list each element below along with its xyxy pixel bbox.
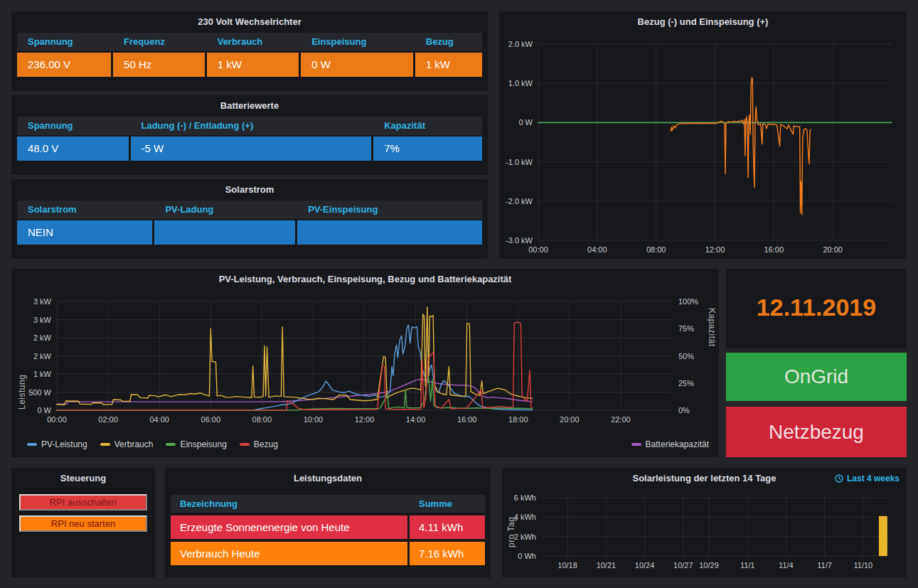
svg-text:0 W: 0 W [518,118,533,127]
label-sonnenenergie: Erzeugte Sonnenenergie von Heute [171,515,407,539]
svg-text:20:00: 20:00 [560,415,580,424]
table-header-row: Spannung Ladung (-) / Entladung (+) Kapa… [17,117,482,135]
svg-text:10/21: 10/21 [597,561,617,570]
panel-wechselrichter: 230 Volt Wechselrichter Spannung Frequen… [11,11,488,91]
legend-swatch-batteriekapazitaet-icon [631,443,641,446]
svg-text:0%: 0% [678,406,690,415]
pv-leistung-chart[interactable]: 00:0002:0004:0006:0008:0010:0012:0014:00… [11,290,719,432]
chart-legend: PV-Leistung Verbrauch Einspeisung Bezug … [27,439,709,449]
value-einspeisung: 0 W [301,53,413,77]
table-row-sonnenenergie: Erzeugte Sonnenenergie von Heute 4.11 kW… [171,515,485,539]
panel-solarstrom: Solarstrom Solarstrom PV-Ladung PV-Einsp… [11,179,488,259]
svg-text:10:00: 10:00 [304,415,324,424]
legend-swatch-bezug-icon [240,443,250,446]
column-header-kapazitaet: Kapazität [373,117,482,135]
svg-text:-3.0 kW: -3.0 kW [506,236,533,245]
svg-text:0 W: 0 W [37,406,51,415]
svg-text:10/27: 10/27 [673,561,693,570]
value-verbrauch-heute: 7.16 kWh [410,542,485,565]
legend-label: PV-Leistung [41,439,87,449]
panel-ongrid-status: OnGrid [726,353,907,401]
column-header-solarstrom: Solarstrom [17,201,152,219]
value-pv-einspeisung [297,220,482,245]
svg-text:12:00: 12:00 [355,415,375,424]
value-solarstrom: NEIN [17,220,152,245]
svg-text:08:00: 08:00 [252,415,272,424]
svg-text:02:00: 02:00 [98,415,118,424]
column-header-pv-einspeisung: PV-Einspeisung [297,201,482,219]
svg-text:14:00: 14:00 [406,415,426,424]
legend-swatch-verbrauch-icon [100,443,110,446]
panel-steuerung: Steuerung RPI ausschalten RPI neu starte… [11,468,155,577]
svg-text:10/29: 10/29 [699,561,719,570]
legend-item-verbrauch[interactable]: Verbrauch [100,439,154,449]
column-header-bezeichnung: Bezeichnung [171,495,407,513]
netzbezug-status-value: Netzbezug [726,407,907,457]
legend-swatch-einspeisung-icon [166,443,176,446]
legend-label: Bezug [254,439,278,449]
rpi-neu-starten-button[interactable]: RPI neu starten [19,515,147,532]
svg-text:16:00: 16:00 [764,245,784,254]
svg-text:2 kW: 2 kW [33,333,52,342]
svg-text:04:00: 04:00 [149,415,169,424]
bezug-einspeisung-chart[interactable]: 00:0004:0008:0012:0016:0020:002.0 kW1.0 … [499,33,907,259]
value-pv-ladung [154,220,295,245]
column-header-einspeisung: Einspeisung [301,33,413,51]
svg-text:10/24: 10/24 [635,561,655,570]
clock-icon [835,474,843,483]
svg-text:500 W: 500 W [28,388,51,397]
panel-netzbezug-status: Netzbezug [726,407,907,457]
panel-pv-leistung-chart: PV-Leistung, Verbrauch, Einspeisung, Bez… [11,269,719,457]
panel-title: 230 Volt Wechselrichter [11,11,488,33]
rpi-ausschalten-button[interactable]: RPI ausschalten [19,494,147,511]
legend-item-einspeisung[interactable]: Einspeisung [166,439,226,449]
svg-text:2.0 kW: 2.0 kW [508,40,533,48]
solarleistung-chart[interactable]: 10/1810/2110/2410/2710/2911/111/411/711/… [502,488,907,577]
svg-text:11/4: 11/4 [779,561,794,570]
legend-item-bezug[interactable]: Bezug [240,439,278,449]
svg-text:0 Wh: 0 Wh [518,552,536,560]
panel-solarleistung-14-tage: Solarleistung der letzten 14 Tage Last 4… [502,468,907,577]
panel-title: Solarstrom [11,179,488,201]
value-batterie-ladung: -5 W [131,137,372,161]
svg-text:04:00: 04:00 [587,245,607,254]
legend-item-batteriekapazitaet[interactable]: Batteriekapazität [631,439,709,449]
svg-text:3 kW: 3 kW [33,297,52,306]
time-range-link[interactable]: Last 4 weeks [835,474,900,483]
current-date: 12.11.2019 [726,269,907,346]
panel-leistungsdaten: Leistungsdaten Bezeichnung Summe Erzeugt… [165,468,491,577]
y-axis-label-kapazitaet: Kapazität [707,308,717,415]
svg-text:-2.0 kW: -2.0 kW [506,197,533,205]
svg-text:18:00: 18:00 [508,415,528,424]
ongrid-status-value: OnGrid [726,353,907,401]
value-batterie-spannung: 48.0 V [17,137,129,161]
y-axis-label-pro-tag: pro Tag [506,502,516,547]
table-header-row: Spannung Frequenz Verbrauch Einspeisung … [17,33,482,51]
svg-text:75%: 75% [678,324,694,333]
legend-item-pv-leistung[interactable]: PV-Leistung [27,439,87,449]
table-row: 236.00 V 50 Hz 1 kW 0 W 1 kW [17,53,482,77]
legend-label: Batteriekapazität [646,439,709,449]
svg-text:2 kW: 2 kW [33,352,52,360]
svg-text:08:00: 08:00 [646,245,666,254]
table-header-row: Bezeichnung Summe [171,495,485,513]
svg-text:12:00: 12:00 [705,245,725,254]
column-header-spannung: Spannung [17,117,129,135]
panel-title: Steuerung [11,468,155,489]
svg-text:1 kW: 1 kW [33,370,52,378]
time-range-label: Last 4 weeks [847,474,900,483]
value-bezug: 1 kW [415,53,482,77]
svg-text:00:00: 00:00 [47,415,67,424]
svg-text:1.0 kW: 1.0 kW [508,79,533,87]
svg-text:22:00: 22:00 [611,415,631,424]
chart-title: PV-Leistung, Verbrauch, Einspeisung, Bez… [11,269,719,290]
svg-text:6 kWh: 6 kWh [514,493,536,502]
svg-text:11/1: 11/1 [740,561,755,570]
dashboard: { "colors": { "page_bg": "#242529", "pan… [0,0,918,588]
svg-text:06:00: 06:00 [201,415,221,424]
chart-title: Bezug (-) und Einspeisung (+) [499,11,907,33]
table-row: NEIN [17,220,482,245]
legend-label: Verbrauch [114,439,154,449]
svg-text:20:00: 20:00 [823,245,843,254]
panel-date: 12.11.2019 [726,269,907,348]
